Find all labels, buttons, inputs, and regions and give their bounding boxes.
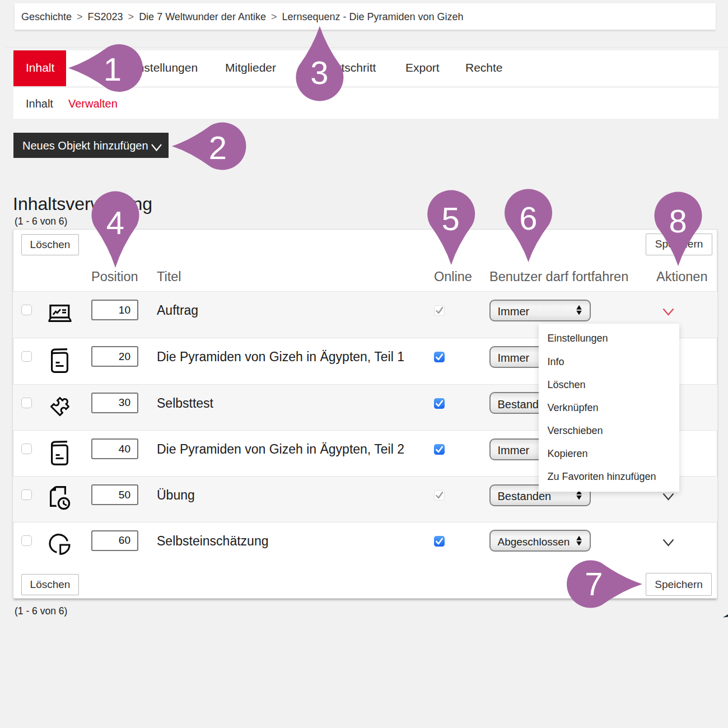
svg-text:3: 3 <box>310 54 328 91</box>
svg-text:1: 1 <box>104 51 122 87</box>
svg-text:5: 5 <box>441 200 459 237</box>
svg-text:2: 2 <box>209 129 227 166</box>
svg-text:6: 6 <box>519 200 537 236</box>
svg-text:8: 8 <box>669 203 687 239</box>
svg-text:7: 7 <box>585 566 603 602</box>
svg-text:4: 4 <box>106 204 124 241</box>
